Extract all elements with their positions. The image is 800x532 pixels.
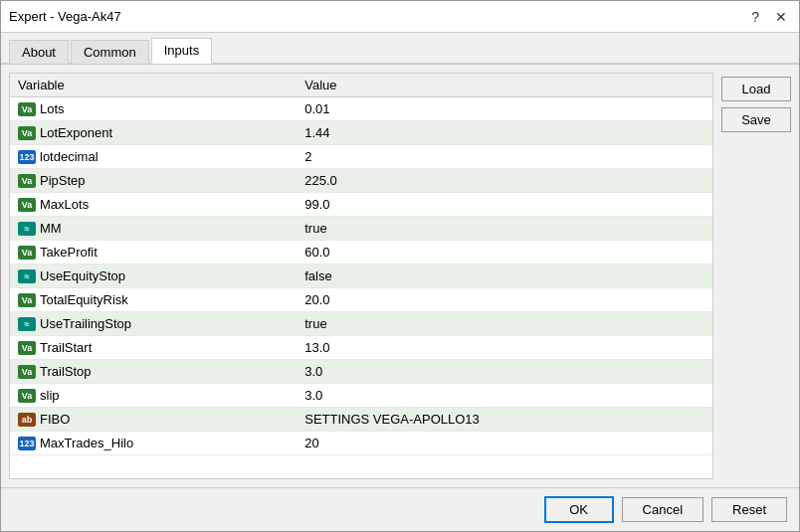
close-button[interactable]: ✕ xyxy=(771,7,791,27)
value-cell[interactable]: 2 xyxy=(297,145,712,169)
help-button[interactable]: ? xyxy=(747,7,763,27)
load-button[interactable]: Load xyxy=(721,77,791,101)
cancel-button[interactable]: Cancel xyxy=(622,497,703,522)
side-buttons-panel: Load Save xyxy=(721,73,791,479)
variable-cell: VaTakeProfit xyxy=(10,241,297,265)
type-icon: ≈ xyxy=(18,269,36,283)
value-cell[interactable]: 99.0 xyxy=(297,193,712,217)
table-row[interactable]: VaLotExponent1.44 xyxy=(10,121,712,145)
variable-name: MM xyxy=(40,221,62,236)
value-cell[interactable]: 20.0 xyxy=(297,288,712,312)
table-row[interactable]: VaLots0.01 xyxy=(10,97,712,121)
table-row[interactable]: VaPipStep225.0 xyxy=(10,169,712,193)
ok-button[interactable]: OK xyxy=(544,496,614,523)
table-scroll[interactable]: Variable Value VaLots0.01VaLotExponent1.… xyxy=(10,74,712,478)
table-row[interactable]: ≈MMtrue xyxy=(10,217,712,241)
type-icon: Va xyxy=(18,198,36,212)
title-bar-controls: ? ✕ xyxy=(747,7,791,27)
table-row[interactable]: VaTotalEquityRisk20.0 xyxy=(10,288,712,312)
table-row[interactable]: VaMaxLots99.0 xyxy=(10,193,712,217)
variable-name: MaxTrades_Hilo xyxy=(40,436,133,450)
variable-name: TrailStart xyxy=(40,340,92,355)
variable-name: FIBO xyxy=(40,412,70,427)
tab-about[interactable]: About xyxy=(9,40,69,64)
table-row[interactable]: VaTrailStart13.0 xyxy=(10,336,712,360)
variable-cell: VaTrailStop xyxy=(10,360,297,384)
type-icon: Va xyxy=(18,293,36,307)
tab-common[interactable]: Common xyxy=(71,40,149,64)
reset-button[interactable]: Reset xyxy=(711,497,787,522)
variables-table-container: Variable Value VaLots0.01VaLotExponent1.… xyxy=(9,73,713,479)
variable-cell: Vaslip xyxy=(10,384,297,408)
type-icon: Va xyxy=(18,365,36,379)
variable-cell: 123lotdecimal xyxy=(10,145,297,169)
value-cell[interactable]: 13.0 xyxy=(297,336,712,360)
type-icon: ≈ xyxy=(18,317,36,331)
table-row[interactable]: ≈UseEquityStopfalse xyxy=(10,265,712,288)
type-icon: ≈ xyxy=(18,222,36,236)
variable-name: slip xyxy=(40,388,60,403)
main-window: Expert - Vega-Ak47 ? ✕ About Common Inpu… xyxy=(0,0,800,532)
table-row[interactable]: ≈UseTrailingStoptrue xyxy=(10,312,712,336)
type-icon: ab xyxy=(18,413,36,427)
save-button[interactable]: Save xyxy=(721,107,791,132)
type-icon: Va xyxy=(18,126,36,140)
value-cell[interactable]: 0.01 xyxy=(297,97,712,121)
variable-cell: VaTrailStart xyxy=(10,336,297,360)
variable-cell: VaLots xyxy=(10,97,297,121)
variable-cell: VaLotExponent xyxy=(10,121,297,145)
variable-cell: ≈MM xyxy=(10,217,297,241)
variable-name: UseTrailingStop xyxy=(40,316,131,331)
value-cell[interactable]: 3.0 xyxy=(297,360,712,384)
value-cell[interactable]: 1.44 xyxy=(297,121,712,145)
bottom-bar: OK Cancel Reset xyxy=(1,487,799,531)
window-title: Expert - Vega-Ak47 xyxy=(9,9,121,24)
value-cell[interactable]: 225.0 xyxy=(297,169,712,193)
variable-name: PipStep xyxy=(40,173,86,188)
type-icon: Va xyxy=(18,174,36,188)
col-header-variable: Variable xyxy=(10,74,297,97)
col-header-value: Value xyxy=(297,74,712,97)
value-cell[interactable]: true xyxy=(297,312,712,336)
type-icon: 123 xyxy=(18,150,36,164)
variable-name: TakeProfit xyxy=(40,245,98,260)
variable-cell: 123MaxTrades_Hilo xyxy=(10,432,297,455)
variable-cell: abFIBO xyxy=(10,408,297,432)
variable-cell: VaMaxLots xyxy=(10,193,297,217)
variable-name: LotExponent xyxy=(40,125,112,140)
table-row[interactable]: VaTakeProfit60.0 xyxy=(10,241,712,265)
tab-bar: About Common Inputs xyxy=(1,33,799,65)
value-cell[interactable]: 60.0 xyxy=(297,241,712,265)
variable-name: Lots xyxy=(40,101,65,116)
content-area: Variable Value VaLots0.01VaLotExponent1.… xyxy=(1,65,799,487)
variable-cell: ≈UseTrailingStop xyxy=(10,312,297,336)
type-icon: Va xyxy=(18,341,36,355)
type-icon: 123 xyxy=(18,437,36,450)
variables-table: Variable Value VaLots0.01VaLotExponent1.… xyxy=(10,74,712,455)
title-bar: Expert - Vega-Ak47 ? ✕ xyxy=(1,1,799,33)
variable-name: lotdecimal xyxy=(40,149,99,164)
variable-cell: VaPipStep xyxy=(10,169,297,193)
table-row[interactable]: 123MaxTrades_Hilo20 xyxy=(10,432,712,455)
variable-name: TotalEquityRisk xyxy=(40,292,128,307)
variable-cell: ≈UseEquityStop xyxy=(10,265,297,288)
table-row[interactable]: VaTrailStop3.0 xyxy=(10,360,712,384)
type-icon: Va xyxy=(18,102,36,116)
value-cell[interactable]: 3.0 xyxy=(297,384,712,408)
type-icon: Va xyxy=(18,246,36,260)
value-cell[interactable]: false xyxy=(297,265,712,288)
variable-name: MaxLots xyxy=(40,197,89,212)
value-cell[interactable]: 20 xyxy=(297,432,712,455)
table-row[interactable]: 123lotdecimal2 xyxy=(10,145,712,169)
type-icon: Va xyxy=(18,389,36,403)
variable-name: UseEquityStop xyxy=(40,268,125,283)
tab-inputs[interactable]: Inputs xyxy=(151,38,212,64)
value-cell[interactable]: SETTINGS VEGA-APOLLO13 xyxy=(297,408,712,432)
table-row[interactable]: Vaslip3.0 xyxy=(10,384,712,408)
variable-cell: VaTotalEquityRisk xyxy=(10,288,297,312)
value-cell[interactable]: true xyxy=(297,217,712,241)
variable-name: TrailStop xyxy=(40,364,92,379)
table-row[interactable]: abFIBOSETTINGS VEGA-APOLLO13 xyxy=(10,408,712,432)
